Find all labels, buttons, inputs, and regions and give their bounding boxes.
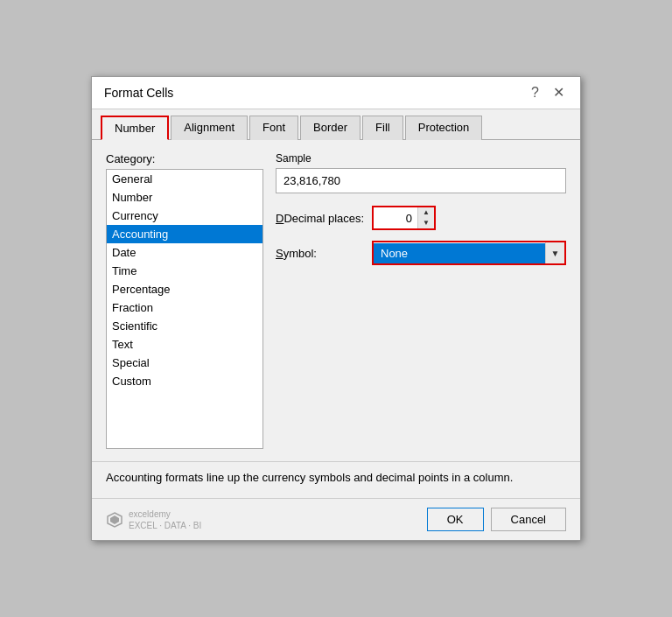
symbol-dropdown-wrapper[interactable]: None ▼	[372, 241, 566, 265]
category-item-general[interactable]: General	[107, 170, 262, 188]
close-button[interactable]: ✕	[550, 86, 568, 100]
category-section: Category: General Number Currency Accoun…	[106, 152, 263, 449]
tab-border[interactable]: Border	[300, 116, 360, 140]
dialog-title: Format Cells	[104, 86, 173, 100]
tab-protection[interactable]: Protection	[405, 116, 483, 140]
options-section: Sample 23,816,780 DDecimal places: ▲ ▼	[276, 152, 566, 449]
logo-line1: exceldemy	[129, 508, 201, 520]
decimal-row: DDecimal places: ▲ ▼	[276, 206, 566, 230]
tab-number[interactable]: Number	[101, 116, 169, 140]
category-list[interactable]: General Number Currency Accounting Date …	[106, 169, 263, 449]
decimal-decrement[interactable]: ▼	[418, 218, 434, 228]
title-controls: ? ✕	[528, 86, 568, 100]
logo-line2: EXCEL · DATA · BI	[129, 520, 201, 531]
description-text: Accounting formats line up the currency …	[106, 471, 513, 484]
category-item-date[interactable]: Date	[107, 243, 262, 262]
category-item-scientific[interactable]: Scientific	[107, 317, 262, 335]
decimal-spinners: ▲ ▼	[417, 207, 434, 228]
category-item-currency[interactable]: Currency	[107, 207, 262, 225]
decimal-increment[interactable]: ▲	[418, 207, 434, 218]
tab-bar: Number Alignment Font Border Fill Protec…	[92, 109, 580, 140]
symbol-selected-value: None	[374, 243, 545, 263]
category-item-time[interactable]: Time	[107, 262, 262, 280]
format-cells-dialog: Format Cells ? ✕ Number Alignment Font B…	[91, 76, 581, 541]
tab-font[interactable]: Font	[249, 116, 298, 140]
category-item-percentage[interactable]: Percentage	[107, 280, 262, 298]
footer-logo-text: exceldemy EXCEL · DATA · BI	[129, 508, 201, 531]
symbol-label: Symbol:	[276, 247, 372, 260]
category-item-fraction[interactable]: Fraction	[107, 298, 262, 317]
dialog-body: Category: General Number Currency Accoun…	[92, 140, 580, 461]
cancel-button[interactable]: Cancel	[491, 508, 566, 531]
tab-alignment[interactable]: Alignment	[171, 116, 248, 140]
title-bar: Format Cells ? ✕	[92, 77, 580, 109]
category-item-accounting[interactable]: Accounting	[107, 225, 262, 243]
category-item-special[interactable]: Special	[107, 354, 262, 372]
decimal-input[interactable]	[374, 209, 417, 228]
category-item-number[interactable]: Number	[107, 188, 262, 207]
help-button[interactable]: ?	[528, 86, 542, 100]
sample-label: Sample	[276, 152, 566, 165]
symbol-dropdown-arrow[interactable]: ▼	[545, 242, 564, 263]
category-label: Category:	[106, 152, 263, 165]
footer-logo: exceldemy EXCEL · DATA · BI	[106, 508, 201, 531]
footer: exceldemy EXCEL · DATA · BI OK Cancel	[92, 498, 580, 540]
symbol-row: Symbol: None ▼	[276, 241, 566, 265]
ok-button[interactable]: OK	[427, 508, 484, 531]
exceldemy-logo-icon	[106, 511, 123, 529]
category-item-text[interactable]: Text	[107, 335, 262, 354]
decimal-label: DDecimal places:	[276, 212, 372, 225]
sample-value: 23,816,780	[276, 168, 566, 193]
description-area: Accounting formats line up the currency …	[92, 461, 580, 498]
tab-fill[interactable]: Fill	[362, 116, 403, 140]
category-item-custom[interactable]: Custom	[107, 372, 262, 390]
decimal-input-wrapper: ▲ ▼	[372, 206, 436, 230]
footer-buttons: OK Cancel	[427, 508, 566, 531]
